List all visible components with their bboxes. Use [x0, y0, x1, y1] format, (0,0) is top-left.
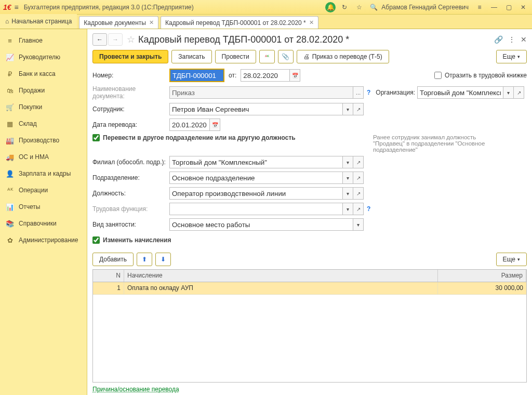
close-doc-icon[interactable]: ✕: [521, 35, 527, 44]
btn-label: Провести: [222, 53, 249, 60]
open-icon[interactable]: ↗: [353, 103, 364, 115]
move-up-button[interactable]: ⬆: [137, 253, 152, 266]
sidebar-item-bank[interactable]: ₽Банк и касса: [0, 65, 87, 82]
open-icon[interactable]: ↗: [353, 203, 364, 215]
favorite-icon[interactable]: ☆: [127, 34, 135, 45]
kebab-icon[interactable]: ⋮: [508, 35, 515, 44]
function-input[interactable]: [169, 203, 343, 215]
reflect-checkbox[interactable]: [434, 72, 442, 79]
sidebar-item-assets[interactable]: 🚚ОС и НМА: [0, 149, 87, 165]
save-button[interactable]: Записать: [171, 50, 211, 63]
emp-type-input[interactable]: [169, 218, 353, 231]
dropdown-icon[interactable]: ▾: [343, 187, 353, 200]
label-reflect: Отразить в трудовой книжке: [445, 72, 527, 79]
org-input[interactable]: [417, 86, 503, 99]
maximize-icon[interactable]: ▢: [503, 2, 514, 13]
tab-hr-docs[interactable]: Кадровые документы ✕: [79, 16, 158, 29]
sidebar-item-main[interactable]: ≡Главное: [0, 32, 87, 49]
user-menu-icon[interactable]: ≡: [474, 2, 485, 13]
calendar-icon[interactable]: 📅: [290, 69, 300, 82]
number-input[interactable]: [169, 69, 224, 82]
col-name[interactable]: Начисление: [124, 270, 438, 282]
dropdown-icon[interactable]: ▾: [343, 103, 353, 115]
table-row[interactable]: 1 Оплата по окладу АУП 30 000,00: [93, 282, 526, 295]
change-accruals-checkbox[interactable]: [92, 236, 100, 244]
tab-home[interactable]: ⌂ Начальная страница: [0, 14, 77, 29]
menu-icon[interactable]: ≡: [15, 3, 19, 11]
sidebar-item-purchases[interactable]: 🛒Покупки: [0, 99, 87, 115]
dropdown-icon[interactable]: ▾: [343, 156, 353, 168]
col-sum[interactable]: Размер: [438, 270, 526, 282]
user-name[interactable]: Абрамов Геннадий Сергеевич: [381, 4, 469, 11]
toolbar: Провести и закрыть Записать Провести ᴬᴷ …: [92, 50, 527, 63]
sidebar-item-sales[interactable]: 🛍Продажи: [0, 82, 87, 99]
doc-title: Кадровый перевод ТДБП-000001 от 28.02.20…: [138, 34, 489, 45]
table-toolbar: Добавить ⬆ ⬇ Еще: [92, 253, 527, 266]
tab-close-icon[interactable]: ✕: [309, 19, 314, 26]
sidebar: ≡Главное 📈Руководителю ₽Банк и касса 🛍Пр…: [0, 29, 87, 395]
sidebar-item-operations[interactable]: ᴬᴷОперации: [0, 182, 87, 199]
open-icon[interactable]: ↗: [353, 172, 364, 184]
paperclip-icon: 📎: [282, 53, 289, 60]
open-icon[interactable]: ↗: [514, 86, 524, 99]
sidebar-label: Справочники: [19, 220, 57, 227]
tab-label: Кадровые документы: [84, 19, 146, 27]
table-more-button[interactable]: Еще: [496, 253, 527, 266]
employee-input[interactable]: [169, 103, 343, 115]
move-down-button[interactable]: ⬇: [155, 253, 171, 266]
sidebar-item-hr[interactable]: 👤Зарплата и кадры: [0, 165, 87, 182]
search-icon[interactable]: 🔍: [368, 2, 379, 13]
dropdown-icon[interactable]: ▾: [343, 172, 353, 184]
transfer-date-input[interactable]: [169, 118, 210, 131]
accruals-table[interactable]: N Начисление Размер 1 Оплата по окладу А…: [92, 269, 527, 383]
branch-input[interactable]: [169, 156, 343, 168]
dropdown-icon[interactable]: ▾: [503, 86, 514, 99]
date-input[interactable]: [241, 69, 290, 82]
history-icon[interactable]: ↻: [339, 2, 350, 13]
docname-input[interactable]: [169, 86, 353, 99]
open-icon[interactable]: ↗: [353, 187, 364, 200]
cell-n[interactable]: 1: [93, 282, 124, 295]
ellipsis-icon[interactable]: …: [353, 86, 364, 99]
sidebar-label: Отчеты: [19, 203, 40, 210]
col-n[interactable]: N: [93, 270, 124, 282]
post-and-close-button[interactable]: Провести и закрыть: [92, 50, 168, 63]
dropdown-icon[interactable]: ▾: [353, 218, 364, 231]
nav-forward-button[interactable]: →: [108, 33, 123, 46]
cell-sum[interactable]: 30 000,00: [438, 282, 526, 295]
sidebar-item-manager[interactable]: 📈Руководителю: [0, 49, 87, 65]
dropdown-icon[interactable]: ▾: [343, 203, 353, 215]
minimize-icon[interactable]: —: [488, 2, 500, 13]
attach-button[interactable]: 📎: [278, 50, 294, 63]
post-button[interactable]: Провести: [215, 50, 256, 63]
tab-close-icon[interactable]: ✕: [149, 19, 154, 26]
close-icon[interactable]: ✕: [517, 2, 529, 13]
cell-name[interactable]: Оплата по окладу АУП: [124, 282, 438, 295]
sidebar-item-admin[interactable]: ✿Администрирование: [0, 232, 87, 248]
help-icon[interactable]: ?: [367, 89, 370, 96]
tab-hr-transfer[interactable]: Кадровый перевод ТДБП-000001 от 28.02.20…: [161, 16, 318, 29]
print-button[interactable]: 🖨Приказ о переводе (Т-5): [297, 50, 389, 63]
sidebar-item-production[interactable]: 🏭Производство: [0, 132, 87, 149]
position-input[interactable]: [169, 187, 343, 200]
sidebar-label: Банк и касса: [19, 70, 56, 77]
link-icon[interactable]: 🔗: [494, 35, 503, 44]
tabs-row: ⌂ Начальная страница Кадровые документы …: [0, 15, 532, 29]
open-icon[interactable]: ↗: [353, 156, 364, 168]
sidebar-item-catalogs[interactable]: 📚Справочники: [0, 215, 87, 232]
bars-icon: 📊: [5, 203, 15, 211]
dept-input[interactable]: [169, 172, 343, 184]
calendar-icon[interactable]: 📅: [210, 118, 220, 131]
add-row-button[interactable]: Добавить: [92, 253, 134, 266]
reason-link[interactable]: Причина/основание перевода: [92, 386, 527, 393]
sidebar-item-warehouse[interactable]: ▦Склад: [0, 115, 87, 132]
sidebar-item-reports[interactable]: 📊Отчеты: [0, 199, 87, 215]
bell-icon[interactable]: 🔔: [325, 2, 336, 12]
star-icon[interactable]: ☆: [353, 2, 365, 13]
dtkt-button[interactable]: ᴬᴷ: [259, 50, 275, 63]
table-body[interactable]: 1 Оплата по окладу АУП 30 000,00: [93, 282, 526, 382]
help-icon[interactable]: ?: [367, 205, 370, 213]
transfer-checkbox[interactable]: [92, 134, 100, 141]
nav-back-button[interactable]: ←: [92, 33, 107, 46]
more-button[interactable]: Еще: [496, 50, 527, 63]
